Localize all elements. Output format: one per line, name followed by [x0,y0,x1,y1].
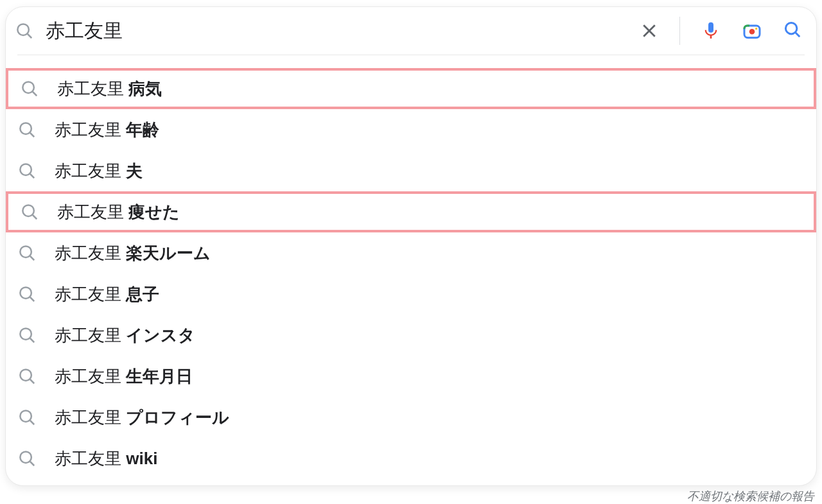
search-input[interactable] [46,20,640,42]
svg-point-5 [749,29,755,35]
search-icon [17,326,37,345]
search-icon [17,243,37,263]
svg-point-11 [20,123,31,134]
suggestion-text: 赤工友里 楽天ルーム [55,242,211,265]
suggestion-base: 赤工友里 [55,120,126,139]
suggestion-extra: 年齢 [126,120,159,139]
svg-point-13 [20,164,31,175]
suggestion-extra: 生年月日 [126,367,193,386]
search-icon [20,79,39,98]
svg-line-26 [30,421,35,425]
svg-point-23 [20,369,31,381]
svg-point-7 [785,22,797,34]
search-icon [17,449,37,468]
suggestion-item[interactable]: 赤工友里 痩せた [6,191,816,232]
suggestion-item[interactable]: 赤工友里 年齢 [6,109,816,150]
svg-point-9 [22,82,34,93]
search-icon [17,284,37,304]
suggestion-list: 赤工友里 病気赤工友里 年齢赤工友里 夫赤工友里 痩せた赤工友里 楽天ルーム赤工… [6,55,816,479]
svg-point-17 [20,246,31,257]
suggestion-item[interactable]: 赤工友里 wiki [6,438,816,479]
search-input-group [15,7,640,55]
search-icon [20,202,39,222]
suggestion-extra: 夫 [126,161,143,180]
suggestion-extra: 息子 [126,284,159,304]
suggestion-base: 赤工友里 [55,449,126,468]
report-suggestions-link[interactable]: 不適切な検索候補の報告 [0,486,822,504]
microphone-icon[interactable] [701,21,721,41]
suggestion-text: 赤工友里 夫 [55,160,143,182]
suggestion-base: 赤工友里 [55,161,126,180]
svg-line-1 [28,34,32,39]
search-tools [640,17,802,45]
search-icon [15,21,34,40]
svg-line-8 [796,33,800,37]
suggestion-extra: 楽天ルーム [126,243,211,263]
suggestion-item[interactable]: 赤工友里 楽天ルーム [6,232,816,274]
suggestion-item[interactable]: 赤工友里 病気 [6,68,816,109]
suggestion-item[interactable]: 赤工友里 息子 [6,274,816,315]
svg-point-0 [17,24,29,35]
suggestion-text: 赤工友里 プロフィール [55,406,229,429]
suggestion-text: 赤工友里 wiki [55,448,157,470]
svg-line-10 [33,92,37,96]
svg-line-22 [30,338,35,343]
suggestion-item[interactable]: 赤工友里 夫 [6,150,816,191]
svg-point-21 [20,328,31,340]
search-icon [17,161,37,180]
svg-line-14 [30,174,35,178]
suggestion-extra: 痩せた [128,202,180,222]
svg-line-24 [30,379,35,384]
suggestion-item[interactable]: 赤工友里 インスタ [6,315,816,356]
search-icon [17,367,37,386]
suggestion-text: 赤工友里 生年月日 [55,365,193,388]
close-icon[interactable] [640,21,659,40]
suggestion-base: 赤工友里 [57,202,128,222]
svg-line-20 [30,297,35,302]
svg-point-15 [22,205,34,216]
suggestion-base: 赤工友里 [57,79,128,98]
search-submit-button[interactable] [783,20,802,42]
suggestion-text: 赤工友里 インスタ [55,324,195,347]
suggestion-base: 赤工友里 [55,243,126,263]
suggestion-text: 赤工友里 痩せた [57,201,180,223]
suggestion-item[interactable]: 赤工友里 プロフィール [6,397,816,438]
svg-line-18 [30,256,35,261]
suggestion-base: 赤工友里 [55,367,126,386]
suggestion-extra: wiki [126,449,157,468]
suggestion-text: 赤工友里 病気 [57,78,162,100]
search-autocomplete-panel: 赤工友里 病気赤工友里 年齢赤工友里 夫赤工友里 痩せた赤工友里 楽天ルーム赤工… [5,6,817,486]
suggestion-extra: インスタ [126,326,195,345]
suggestion-base: 赤工友里 [55,408,126,427]
svg-point-25 [20,410,31,422]
suggestion-extra: プロフィール [126,408,229,427]
svg-point-19 [20,287,31,299]
svg-point-27 [20,451,31,463]
suggestion-base: 赤工友里 [55,284,126,304]
suggestion-text: 赤工友里 年齢 [55,119,159,141]
search-icon [17,408,37,427]
suggestion-text: 赤工友里 息子 [55,283,159,306]
suggestion-item[interactable]: 赤工友里 生年月日 [6,356,816,397]
svg-point-6 [755,28,757,30]
suggestion-extra: 病気 [128,79,162,98]
camera-lens-icon[interactable] [742,21,762,41]
svg-line-16 [33,215,37,220]
svg-line-12 [30,133,35,137]
search-bar [6,7,816,55]
suggestion-base: 赤工友里 [55,326,126,345]
search-icon [17,120,37,139]
svg-line-28 [30,462,35,466]
vertical-divider [679,17,680,45]
